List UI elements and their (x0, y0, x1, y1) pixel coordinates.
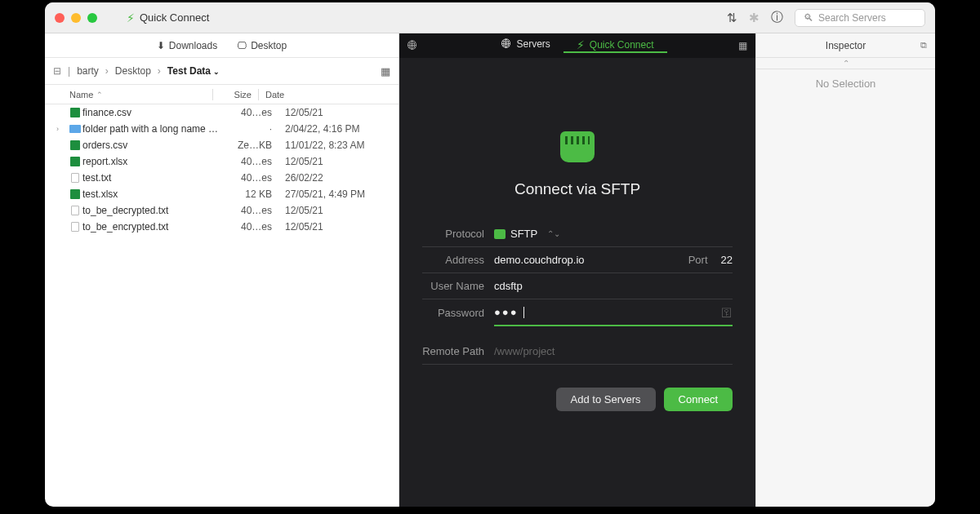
file-size: 40…es (223, 205, 278, 216)
tab-servers[interactable]: 🌐︎ Servers (488, 38, 563, 50)
connect-form: Protocol SFTP ⌃⌄ Address Port 22 (422, 221, 733, 411)
app-window: ⚡︎ Quick Connect ⇅ ✱ ⓘ 🔍︎ Search Servers… (45, 2, 935, 507)
form-buttons: Add to Servers Connect (422, 388, 733, 411)
file-row[interactable]: report.xlsx40…es12/05/21 (45, 153, 399, 170)
address-input[interactable] (494, 254, 684, 266)
username-row: User Name (422, 273, 733, 299)
minimize-window-button[interactable] (71, 13, 81, 23)
remote-path-label: Remote Path (422, 345, 494, 357)
file-date: 27/05/21, 4:49 PM (278, 188, 399, 200)
file-list: finance.csv40…es12/05/21›folder path wit… (45, 104, 399, 507)
column-name[interactable]: Name ⌃ (69, 90, 212, 100)
toolbar-right: ⇅ ✱ ⓘ 🔍︎ Search Servers (727, 9, 925, 27)
column-size[interactable]: Size (213, 90, 258, 100)
sftp-plug-icon (560, 131, 595, 162)
view-mode-icon[interactable]: ▦ (381, 65, 390, 78)
layout-icon[interactable]: ▦ (738, 40, 747, 51)
file-row[interactable]: orders.csvZe…KB11/01/22, 8:23 AM (45, 137, 399, 153)
username-input[interactable] (494, 280, 733, 292)
inspector-collapse[interactable]: ⌃ (756, 58, 935, 69)
inspector-header: Inspector ⧉ (756, 33, 935, 58)
port-value[interactable]: 22 (721, 254, 733, 266)
desktop-icon: 🖵 (237, 40, 247, 51)
sftp-icon (494, 229, 506, 239)
breadcrumb-current[interactable]: Test Data ⌄ (167, 65, 220, 77)
protocol-label: Protocol (422, 228, 494, 240)
password-input[interactable]: ●●● ⚿ (494, 300, 733, 326)
file-name: to_be_encrypted.txt (82, 221, 223, 233)
local-subheader: ⬇ Downloads 🖵 Desktop (45, 33, 399, 58)
file-name: test.txt (82, 172, 223, 184)
breadcrumb-item[interactable]: Desktop (115, 65, 151, 77)
disk-icon[interactable]: ⊟ (53, 65, 61, 77)
search-placeholder: Search Servers (818, 12, 886, 24)
file-date: 26/02/22 (278, 172, 399, 184)
file-name: report.xlsx (82, 156, 223, 167)
file-date: 12/05/21 (278, 205, 399, 216)
password-label: Password (422, 307, 494, 319)
file-row[interactable]: to_be_decrypted.txt40…es12/05/21 (45, 202, 399, 219)
file-row[interactable]: test.xlsx12 KB27/05/21, 4:49 PM (45, 186, 399, 202)
expand-chevron-icon[interactable]: › (56, 125, 68, 133)
chevron-down-icon: ⌄ (213, 68, 220, 76)
breadcrumb-item[interactable]: barty (77, 65, 99, 77)
remote-path-input[interactable] (494, 345, 733, 357)
window-title-tab[interactable]: ⚡︎ Quick Connect (117, 11, 219, 24)
remote-tabs: 🌐︎ 🌐︎ Servers ⚡︎ Quick Connect ▦ (399, 33, 755, 58)
local-file-panel: ⬇ Downloads 🖵 Desktop ⊟ | barty › Deskto… (45, 33, 399, 507)
file-row[interactable]: to_be_encrypted.txt40…es12/05/21 (45, 219, 399, 235)
file-row[interactable]: finance.csv40…es12/05/21 (45, 104, 399, 121)
search-icon: 🔍︎ (804, 12, 813, 24)
add-to-servers-button[interactable]: Add to Servers (556, 388, 656, 411)
globe-icon[interactable]: 🌐︎ (408, 40, 417, 51)
column-headers: Name ⌃ Size Date (45, 85, 399, 104)
connect-button[interactable]: Connect (664, 388, 733, 411)
bolt-icon: ⚡︎ (127, 11, 135, 24)
file-size: 40…es (223, 221, 278, 233)
file-row[interactable]: ›folder path with a long name hh…·2/04/2… (45, 121, 399, 137)
desktop-shortcut[interactable]: 🖵 Desktop (237, 40, 287, 51)
password-row: Password ●●● ⚿ (422, 299, 733, 326)
connect-title: Connect via SFTP (514, 180, 640, 198)
copy-icon[interactable]: ⧉ (920, 40, 927, 51)
zoom-window-button[interactable] (87, 13, 97, 23)
inspector-body: No Selection (756, 69, 935, 507)
connect-form-body: Connect via SFTP Protocol SFTP ⌃⌄ Addres… (399, 58, 755, 507)
chevron-up-icon: ⌃ (843, 59, 849, 68)
file-size: 40…es (223, 172, 278, 184)
protocol-select[interactable]: SFTP ⌃⌄ (494, 228, 733, 240)
address-label: Address (422, 254, 494, 266)
txt-file-icon (68, 222, 82, 232)
xls-file-icon (68, 189, 82, 199)
updown-chevron-icon: ⌃⌄ (547, 229, 560, 238)
window-title: Quick Connect (140, 11, 209, 24)
file-date: 12/05/21 (278, 156, 399, 167)
file-name: orders.csv (82, 140, 223, 151)
search-servers-input[interactable]: 🔍︎ Search Servers (795, 9, 925, 27)
file-date: 11/01/22, 8:23 AM (278, 140, 399, 151)
inspector-title: Inspector (826, 40, 866, 51)
column-date[interactable]: Date (259, 90, 399, 100)
titlebar: ⚡︎ Quick Connect ⇅ ✱ ⓘ 🔍︎ Search Servers (45, 2, 935, 33)
globe-icon: 🌐︎ (501, 38, 511, 50)
protocol-row: Protocol SFTP ⌃⌄ (422, 221, 733, 247)
file-date: 12/05/21 (278, 221, 399, 233)
file-size: 12 KB (223, 188, 278, 200)
downloads-shortcut[interactable]: ⬇ Downloads (157, 40, 217, 51)
transfer-icon[interactable]: ⇅ (727, 11, 737, 25)
file-name: to_be_decrypted.txt (82, 205, 223, 216)
folder-file-icon (68, 125, 82, 133)
inspector-panel: Inspector ⧉ ⌃ No Selection (755, 33, 935, 507)
breadcrumb: ⊟ | barty › Desktop › Test Data ⌄ ▦ (45, 58, 399, 85)
close-window-button[interactable] (55, 13, 65, 23)
csv-file-icon (68, 108, 82, 117)
key-icon[interactable]: ⚿ (721, 306, 733, 319)
csv-file-icon (68, 140, 82, 150)
username-label: User Name (422, 280, 494, 292)
file-row[interactable]: test.txt40…es26/02/22 (45, 170, 399, 186)
sync-icon[interactable]: ✱ (749, 11, 760, 25)
info-icon[interactable]: ⓘ (771, 10, 783, 25)
file-size: 40…es (223, 107, 278, 118)
tab-quick-connect[interactable]: ⚡︎ Quick Connect (564, 38, 667, 53)
remote-path-row: Remote Path (422, 339, 733, 365)
